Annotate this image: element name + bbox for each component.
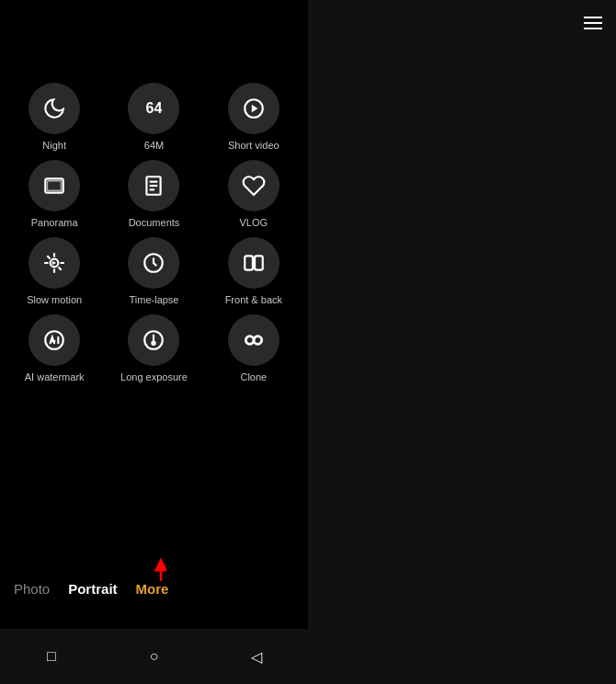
hamburger-menu[interactable] (584, 17, 602, 29)
time-lapse-label: Time-lapse (129, 294, 178, 305)
time-lapse-icon (142, 251, 165, 275)
vlog-label: VLOG (240, 217, 268, 228)
panorama-label: Panorama (31, 217, 78, 228)
hamburger-line-3 (584, 28, 602, 29)
clone-icon-circle (228, 314, 279, 366)
left-panel: Night 64 64M Short video (0, 0, 308, 684)
ai-watermark-icon-circle (29, 314, 80, 366)
mode-item-long-exposure[interactable]: Long exposure (108, 314, 199, 382)
night-label: Night (42, 140, 66, 151)
front-back-label: Front & back (225, 294, 282, 305)
slow-motion-icon (42, 251, 66, 275)
tab-photo[interactable]: Photo (14, 576, 50, 601)
short-video-label: Short video (228, 140, 279, 151)
mode-item-front-back[interactable]: Front & back (209, 237, 299, 305)
ai-watermark-label: AI watermark (25, 371, 85, 382)
mode-item-slow-motion[interactable]: Slow motion (9, 237, 99, 305)
long-exposure-icon-circle (128, 314, 179, 366)
hamburger-line-2 (584, 22, 602, 24)
front-back-icon-circle (228, 237, 279, 289)
svg-marker-1 (252, 105, 258, 113)
nav-home-left[interactable]: ○ (143, 646, 164, 667)
nav-square-left[interactable]: □ (41, 646, 62, 667)
ai-watermark-icon (42, 328, 66, 352)
long-exposure-label: Long exposure (120, 371, 188, 382)
documents-icon (142, 174, 165, 198)
mode-item-time-lapse[interactable]: Time-lapse (108, 237, 199, 305)
short-video-icon-circle (228, 83, 279, 134)
mode-item-panorama[interactable]: Panorama (9, 160, 99, 228)
documents-icon-circle (128, 160, 179, 211)
mode-item-documents[interactable]: Documents (108, 160, 199, 228)
slow-motion-label: Slow motion (27, 294, 82, 305)
documents-label: Documents (129, 217, 180, 228)
svg-rect-10 (245, 256, 253, 269)
tab-portrait[interactable]: Portrait (68, 576, 117, 601)
mode-item-night[interactable]: Night (9, 83, 99, 151)
panorama-icon (42, 174, 66, 198)
vlog-icon (242, 174, 266, 198)
short-video-icon (242, 97, 266, 120)
clone-icon (242, 328, 266, 352)
time-lapse-icon-circle (128, 237, 179, 289)
night-icon-circle (29, 83, 80, 134)
mode-item-vlog[interactable]: VLOG (209, 160, 299, 228)
mode-item-ai-watermark[interactable]: AI watermark (9, 314, 99, 382)
svg-rect-11 (255, 256, 263, 269)
nav-back-left[interactable]: ◁ (246, 646, 267, 667)
panorama-icon-circle (29, 160, 80, 211)
64m-icon: 64 (146, 100, 163, 117)
arrow-more-annotation (143, 557, 166, 581)
svg-point-16 (254, 336, 262, 345)
nav-bar-left: □ ○ ◁ (0, 629, 308, 684)
mode-item-clone[interactable]: Clone (209, 314, 299, 382)
hamburger-line-1 (584, 17, 602, 18)
mode-item-64m[interactable]: 64 64M (108, 83, 199, 151)
night-icon (42, 97, 66, 120)
svg-point-14 (153, 342, 155, 345)
front-back-icon (242, 251, 266, 275)
slow-motion-icon-circle (29, 237, 80, 289)
clone-label: Clone (240, 371, 267, 382)
mode-item-short-video[interactable]: Short video (209, 83, 299, 151)
long-exposure-icon (142, 328, 165, 352)
mode-grid: Night 64 64M Short video (0, 55, 308, 392)
svg-rect-3 (48, 181, 62, 191)
64m-icon-circle: 64 (128, 83, 179, 134)
right-panel: M BIGYAAN Photo (308, 0, 616, 684)
64m-label: 64M (144, 140, 164, 151)
vlog-icon-circle (228, 160, 279, 211)
